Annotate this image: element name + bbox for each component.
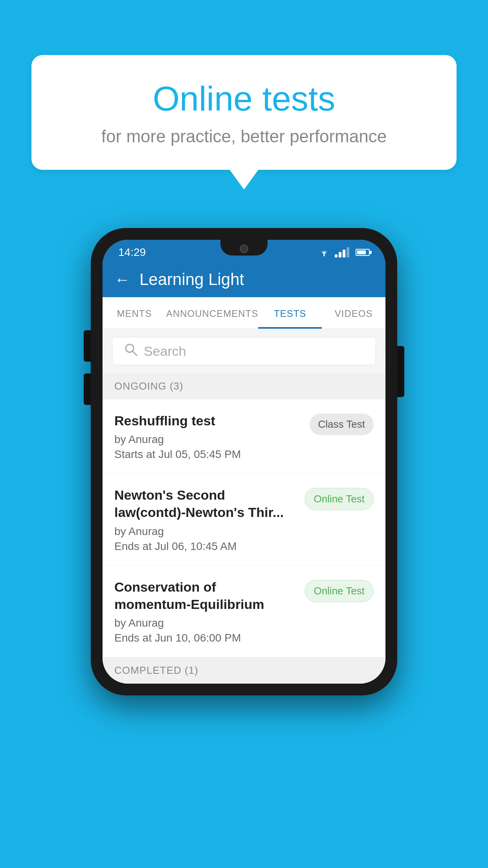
status-icons	[318, 247, 370, 257]
tab-videos[interactable]: VIDEOS	[322, 297, 385, 329]
phone-notch	[220, 240, 268, 256]
tab-ments[interactable]: MENTS	[103, 297, 166, 329]
status-time: 14:29	[118, 246, 146, 259]
tab-announcements[interactable]: ANNOUNCEMENTS	[166, 297, 258, 329]
phone-screen: 14:29	[103, 240, 385, 684]
phone-outer: 14:29	[91, 228, 397, 695]
svg-point-0	[323, 255, 325, 256]
test-badge-2: Online Test	[305, 488, 374, 510]
app-title: Learning Light	[139, 270, 244, 289]
test-info-3: Conservation of momentum-Equilibrium by …	[114, 578, 295, 644]
test-name-1: Reshuffling test	[114, 412, 300, 429]
signal-bars	[335, 247, 349, 257]
test-badge-1: Class Test	[310, 414, 374, 435]
test-info-1: Reshuffling test by Anurag Starts at Jul…	[114, 412, 300, 461]
app-header: ← Learning Light	[103, 262, 385, 297]
search-icon	[124, 343, 138, 360]
search-placeholder: Search	[144, 344, 186, 359]
promo-bubble: Online tests for more practice, better p…	[31, 55, 457, 170]
test-author-1: by Anurag	[114, 433, 300, 446]
search-bar[interactable]: Search	[112, 337, 376, 365]
ongoing-section-header: ONGOING (3)	[103, 373, 385, 399]
completed-section-header: COMPLETED (1)	[103, 657, 385, 684]
test-info-2: Newton's Second law(contd)-Newton's Thir…	[114, 486, 295, 552]
test-author-3: by Anurag	[114, 617, 295, 629]
test-name-2: Newton's Second law(contd)-Newton's Thir…	[114, 486, 295, 521]
camera-icon	[240, 245, 248, 253]
bubble-title: Online tests	[63, 79, 425, 119]
svg-line-2	[133, 351, 137, 355]
test-name-3: Conservation of momentum-Equilibrium	[114, 578, 295, 613]
tabs-container: MENTS ANNOUNCEMENTS TESTS VIDEOS	[103, 297, 385, 329]
test-date-3: Ends at Jun 10, 06:00 PM	[114, 632, 295, 644]
test-item[interactable]: Reshuffling test by Anurag Starts at Jul…	[103, 399, 385, 474]
back-button[interactable]: ←	[114, 271, 130, 289]
speech-bubble: Online tests for more practice, better p…	[31, 55, 457, 170]
test-author-2: by Anurag	[114, 525, 295, 538]
search-container: Search	[103, 329, 385, 373]
tab-tests[interactable]: TESTS	[258, 297, 322, 329]
bubble-subtitle: for more practice, better performance	[63, 127, 425, 146]
test-item[interactable]: Newton's Second law(contd)-Newton's Thir…	[103, 474, 385, 565]
battery-icon	[356, 249, 370, 256]
test-badge-3: Online Test	[305, 580, 374, 602]
test-item[interactable]: Conservation of momentum-Equilibrium by …	[103, 566, 385, 657]
wifi-icon	[318, 248, 330, 257]
phone-mockup: 14:29	[91, 228, 397, 695]
test-date-1: Starts at Jul 05, 05:45 PM	[114, 448, 300, 461]
test-date-2: Ends at Jul 06, 10:45 AM	[114, 540, 295, 553]
